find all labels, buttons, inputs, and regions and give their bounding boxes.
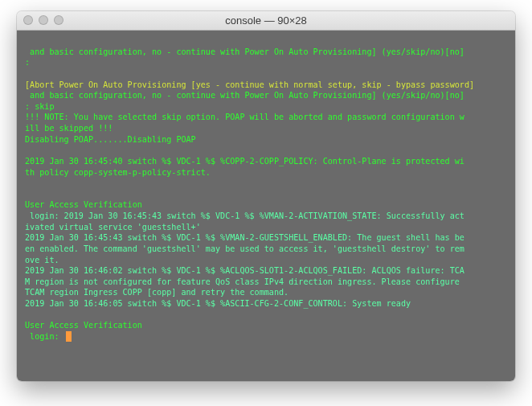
term-line: and basic configuration, no - continue w… (25, 91, 464, 100)
term-line: 2019 Jan 30 16:45:43 switch %$ VDC-1 %$ … (25, 233, 464, 242)
terminal-body[interactable]: and basic configuration, no - continue w… (17, 31, 515, 381)
term-line: TCAM region Ingress COPP [copp] and retr… (25, 288, 289, 297)
login-prompt[interactable]: login: (25, 331, 64, 342)
titlebar[interactable]: console — 90×28 (17, 11, 515, 31)
term-line: M region is not configured for feature Q… (25, 277, 460, 286)
term-line: User Access Verification (25, 321, 142, 330)
term-line: and basic configuration, no - continue w… (25, 47, 464, 56)
term-line: en enabled. The command 'guestshell' may… (25, 244, 464, 253)
term-line: ivated virtual service 'guestshell+' (25, 223, 201, 232)
term-line: User Access Verification (25, 200, 142, 209)
term-line: : skip (25, 102, 54, 111)
term-line: !!! NOTE: You have selected skip option.… (25, 113, 464, 121)
close-icon[interactable] (23, 15, 33, 25)
window-title: console — 90×28 (17, 14, 515, 27)
term-line: : (25, 58, 30, 67)
term-line: ove it. (25, 256, 59, 265)
term-line: ill be skipped !!! (25, 124, 113, 133)
minimize-icon[interactable] (39, 15, 48, 25)
cursor-icon (66, 331, 72, 342)
term-line: [Abort Power On Auto Provisioning [yes -… (25, 80, 474, 89)
term-line: th policy copp-system-p-policy-strict. (25, 168, 211, 177)
term-line: 2019 Jan 30 16:46:05 switch %$ VDC-1 %$ … (25, 299, 411, 308)
traffic-lights (23, 15, 63, 25)
term-line: Disabling POAP.......Disabling POAP (25, 135, 196, 144)
term-line: 2019 Jan 30 16:45:40 switch %$ VDC-1 %$ … (25, 157, 464, 166)
zoom-icon[interactable] (54, 15, 63, 25)
term-line: 2019 Jan 30 16:46:02 switch %$ VDC-1 %$ … (25, 266, 464, 275)
terminal-window: console — 90×28 and basic configuration,… (17, 11, 515, 381)
term-line: login: 2019 Jan 30 16:45:43 switch %$ VD… (25, 211, 464, 220)
login-prompt-line: login: (25, 331, 507, 342)
